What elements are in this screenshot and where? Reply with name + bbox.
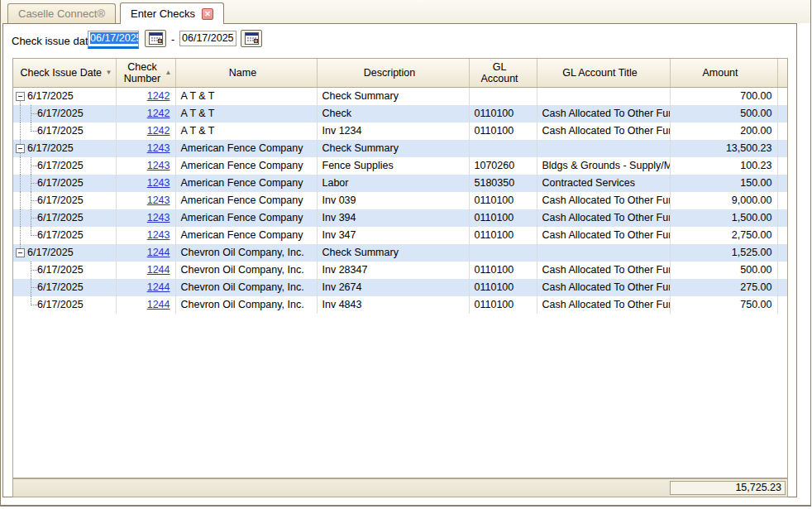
header-row: Check Issue Date▼Check Number▲NameDescri… (13, 59, 787, 87)
check-number-link[interactable]: 1243 (147, 160, 170, 171)
check-number-link[interactable]: 1242 (147, 108, 170, 119)
cell-gl-account-title: Cash Allocated To Other Funds (537, 279, 670, 296)
tree-line (31, 235, 37, 236)
table-row[interactable]: 6/17/20251242A T & TCheck Summary700.00 (13, 87, 787, 105)
column-header-description[interactable]: Description (317, 59, 469, 87)
cell-description: Inv 394 (317, 209, 469, 227)
table-row[interactable]: 6/17/20251243American Fence CompanyCheck… (13, 140, 787, 157)
check-issue-date: 6/17/2025 (13, 192, 116, 209)
check-number-link[interactable]: 1244 (147, 264, 170, 276)
cell-check-number: 1243 (116, 209, 175, 227)
tree-line (20, 105, 21, 122)
cell-gl-account-title: Cash Allocated To Other Funds (537, 192, 670, 209)
collapse-toggle-icon[interactable] (16, 248, 25, 257)
cell-name: American Fence Company (175, 175, 317, 192)
check-number-link[interactable]: 1243 (147, 194, 170, 206)
cell-spacer (777, 296, 787, 314)
check-number-link[interactable]: 1243 (147, 212, 170, 223)
cell-gl-account (469, 140, 537, 157)
cell-check-issue-date: 6/17/2025 (13, 175, 116, 192)
table-row[interactable]: 6/17/20251242A T & TCheck0110100Cash All… (13, 105, 787, 122)
cell-check-issue-date: 6/17/2025 (13, 157, 116, 175)
cell-check-issue-date: 6/17/2025 (13, 105, 116, 122)
cell-amount: 275.00 (670, 279, 777, 296)
cell-spacer (777, 157, 787, 175)
cell-name: A T & T (175, 87, 317, 105)
check-issue-date: 6/17/2025 (13, 296, 116, 314)
sort-desc-icon[interactable]: ▼ (106, 67, 112, 79)
table-row[interactable]: 6/17/20251244Chevron Oil Company, Inc.In… (13, 296, 787, 314)
cell-check-number: 1243 (116, 175, 175, 192)
tab-caselle-connect[interactable]: Caselle Connect® (7, 3, 116, 23)
column-header-gl-account[interactable]: GL Account (469, 59, 537, 87)
check-issue-date: 6/17/2025 (13, 175, 116, 192)
cell-check-issue-date: 6/17/2025 (13, 122, 116, 140)
check-issue-date-label: Check issue date: (12, 35, 97, 47)
collapse-toggle-icon[interactable] (16, 144, 25, 153)
cell-check-number: 1244 (116, 296, 175, 314)
cell-name: American Fence Company (175, 157, 317, 175)
cell-spacer (777, 244, 787, 262)
table-row[interactable]: 6/17/20251243American Fence CompanyInv 0… (13, 192, 787, 209)
column-label: Name (229, 67, 256, 79)
check-number-link[interactable]: 1244 (147, 247, 170, 258)
column-label: Description (364, 67, 416, 79)
table-row[interactable]: 6/17/20251244Chevron Oil Company, Inc.Ch… (13, 244, 787, 262)
column-header-name[interactable]: Name (175, 59, 317, 87)
collapse-toggle-icon[interactable] (16, 92, 25, 101)
check-issue-date: 6/17/2025 (13, 140, 116, 157)
cell-name: A T & T (175, 122, 317, 140)
table-row[interactable]: 6/17/20251243American Fence CompanyFence… (13, 157, 787, 175)
column-header-check-issue-date[interactable]: Check Issue Date▼ (13, 59, 116, 87)
enter-checks-panel: Check issue date: 06/17/2025 - 06/17/202… (2, 23, 797, 497)
tree-line (20, 209, 21, 227)
cell-gl-account: 0110100 (469, 279, 537, 296)
cell-check-issue-date: 6/17/2025 (13, 192, 116, 209)
calendar-end-button[interactable] (241, 30, 262, 47)
cell-check-number: 1244 (116, 262, 175, 279)
check-number-link[interactable]: 1244 (147, 281, 170, 293)
cell-check-issue-date: 6/17/2025 (13, 140, 116, 157)
check-issue-date: 6/17/2025 (13, 279, 116, 296)
check-number-link[interactable]: 1243 (147, 177, 170, 189)
tree-line (20, 192, 21, 209)
cell-gl-account: 1070260 (469, 157, 537, 175)
cell-check-issue-date: 6/17/2025 (13, 87, 116, 105)
check-issue-date: 6/17/2025 (13, 105, 116, 122)
check-issue-date: 6/17/2025 (13, 122, 116, 140)
cell-gl-account-title: Contracted Services (537, 175, 670, 192)
table-row[interactable]: 6/17/20251244Chevron Oil Company, Inc.In… (13, 262, 787, 279)
sort-asc-icon[interactable]: ▲ (165, 67, 172, 79)
calendar-start-button[interactable] (145, 30, 166, 47)
cell-amount: 750.00 (670, 296, 777, 314)
column-header-amount[interactable]: Amount (670, 59, 777, 87)
cell-spacer (777, 122, 787, 140)
cell-spacer (777, 87, 787, 105)
cell-description: Inv 347 (317, 227, 469, 244)
table-row[interactable]: 6/17/20251243American Fence CompanyInv 3… (13, 227, 787, 244)
column-header-check-number[interactable]: Check Number▲ (116, 59, 175, 87)
tree-line (20, 157, 21, 175)
table-row[interactable]: 6/17/20251243American Fence CompanyInv 3… (13, 209, 787, 227)
check-number-link[interactable]: 1242 (147, 90, 170, 102)
date-end-value: 06/17/2025 (182, 32, 234, 44)
tab-enter-checks[interactable]: Enter Checks ✕ (120, 2, 224, 24)
cell-check-number: 1244 (116, 244, 175, 262)
check-number-link[interactable]: 1242 (147, 125, 170, 137)
check-number-link[interactable]: 1244 (147, 299, 170, 310)
check-number-link[interactable]: 1243 (147, 229, 170, 241)
cell-check-issue-date: 6/17/2025 (13, 209, 116, 227)
close-tab-icon[interactable]: ✕ (202, 8, 213, 20)
cell-spacer (777, 279, 787, 296)
table-row[interactable]: 6/17/20251243American Fence CompanyLabor… (13, 175, 787, 192)
date-start-input[interactable]: 06/17/2025 (88, 31, 139, 49)
cell-description: Inv 039 (317, 192, 469, 209)
check-number-link[interactable]: 1243 (147, 142, 170, 154)
date-end-input[interactable]: 06/17/2025 (179, 31, 236, 46)
cell-amount: 200.00 (670, 122, 777, 140)
cell-gl-account: 0110100 (469, 296, 537, 314)
table-row[interactable]: 6/17/20251244Chevron Oil Company, Inc.In… (13, 279, 787, 296)
column-header-gl-account-title[interactable]: GL Account Title (537, 59, 670, 87)
total-amount: 15,725.23 (670, 481, 786, 495)
table-row[interactable]: 6/17/20251242A T & TInv 12340110100Cash … (13, 122, 787, 140)
